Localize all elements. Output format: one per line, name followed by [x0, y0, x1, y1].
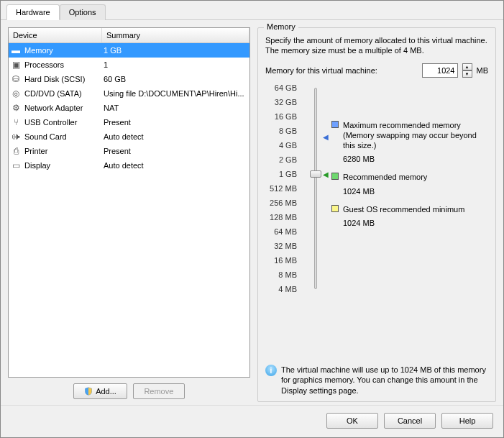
- device-summary: 60 GB: [102, 73, 249, 86]
- device-summary: Using file D:\DOCUMENT\AP\Hiren\Hi...: [102, 87, 249, 100]
- device-name: Printer: [24, 147, 47, 155]
- memory-info: i The virtual machine will use up to 102…: [265, 359, 488, 396]
- header-summary[interactable]: Summary: [102, 28, 249, 42]
- memory-group: Memory Specify the amount of memory allo…: [257, 27, 496, 402]
- legend-guest-label: Guest OS recommended minimum: [343, 204, 464, 214]
- tab-hardware[interactable]: Hardware: [6, 4, 60, 20]
- cd-icon: ◎: [10, 88, 22, 99]
- swatch-yellow: [331, 205, 339, 212]
- tick-label: 32 GB: [275, 98, 297, 106]
- tick-label: 4 MB: [278, 285, 297, 293]
- display-icon: ▭: [10, 160, 22, 171]
- table-row[interactable]: ▣Processors1: [9, 58, 249, 72]
- detail-panel: Memory Specify the amount of memory allo…: [257, 27, 496, 402]
- device-name: Display: [24, 161, 50, 170]
- legend-rec-label: Recommended memory: [343, 172, 427, 182]
- shield-icon: [84, 387, 93, 396]
- device-summary: Present: [102, 145, 249, 158]
- device-name: Network Adapter: [24, 104, 83, 112]
- memory-description: Specify the amount of memory allocated t…: [265, 35, 488, 56]
- ok-button[interactable]: OK: [326, 413, 378, 429]
- legend-rec-value: 1024 MB: [343, 187, 488, 196]
- legend-max-value: 6280 MB: [343, 155, 488, 163]
- header-device[interactable]: Device: [9, 28, 102, 42]
- content-area: Device Summary ▬Memory1 GB▣Processors1⛁H…: [1, 20, 503, 405]
- vm-settings-dialog: Hardware Options Device Summary ▬Memory1…: [0, 0, 504, 438]
- table-row[interactable]: ▬Memory1 GB: [9, 43, 249, 58]
- tick-labels: 64 GB32 GB16 GB8 GB4 GB2 GB1 GB512 MB256…: [265, 88, 297, 360]
- tick-label: 256 MB: [270, 199, 297, 207]
- tick-label: 2 GB: [279, 155, 297, 164]
- device-summary: 1: [102, 58, 249, 71]
- table-header: Device Summary: [9, 28, 249, 43]
- tab-bar: Hardware Options: [1, 1, 503, 20]
- memory-icon: ▬: [10, 45, 22, 56]
- table-row[interactable]: ⛁Hard Disk (SCSI)60 GB: [9, 72, 249, 86]
- remove-button: Remove: [133, 383, 185, 399]
- memory-input-row: Memory for this virtual machine: ▲ ▼ MB: [265, 63, 488, 78]
- tick-label: 4 GB: [279, 141, 297, 150]
- slider-thumb[interactable]: [310, 170, 321, 178]
- device-summary: Auto detect: [102, 159, 249, 172]
- device-name: Sound Card: [24, 132, 67, 141]
- table-row[interactable]: ⑂USB ControllerPresent: [9, 115, 249, 129]
- memory-unit: MB: [477, 66, 489, 75]
- table-body: ▬Memory1 GB▣Processors1⛁Hard Disk (SCSI)…: [9, 43, 249, 377]
- add-button[interactable]: Add...: [73, 383, 127, 399]
- table-row[interactable]: 🕪Sound CardAuto detect: [9, 129, 249, 144]
- table-row[interactable]: ◎CD/DVD (SATA)Using file D:\DOCUMENT\AP\…: [9, 86, 249, 101]
- tick-label: 64 GB: [275, 83, 297, 92]
- cancel-button[interactable]: Cancel: [384, 413, 436, 429]
- printer-icon: ⎙: [10, 145, 22, 157]
- dialog-footer: OK Cancel Help: [1, 405, 503, 437]
- tick-label: 16 MB: [274, 256, 297, 265]
- legend-rec: Recommended memory: [331, 172, 488, 182]
- help-button[interactable]: Help: [441, 413, 493, 429]
- info-icon: i: [265, 365, 277, 376]
- swatch-blue: [331, 121, 339, 128]
- memory-slider[interactable]: ◀ ◀: [301, 88, 327, 360]
- spin-up[interactable]: ▲: [462, 63, 472, 70]
- device-name: USB Controller: [24, 118, 77, 127]
- table-row[interactable]: ⎙PrinterPresent: [9, 144, 249, 158]
- add-button-label: Add...: [96, 387, 116, 396]
- device-summary: Present: [102, 116, 249, 129]
- tick-label: 8 MB: [278, 270, 297, 279]
- disk-icon: ⛁: [10, 73, 22, 85]
- device-summary: Auto detect: [102, 130, 249, 143]
- device-panel: Device Summary ▬Memory1 GB▣Processors1⛁H…: [8, 27, 250, 402]
- group-title: Memory: [264, 22, 298, 31]
- legend-max: Maximum recommended memory (Memory swapp…: [331, 120, 488, 151]
- table-row[interactable]: ▭DisplayAuto detect: [9, 158, 249, 173]
- memory-spinner-buttons: ▲ ▼: [462, 63, 472, 78]
- device-name: Processors: [24, 60, 64, 69]
- device-summary: NAT: [102, 101, 249, 114]
- marker-max: ◀: [323, 132, 329, 140]
- tick-label: 128 MB: [270, 213, 297, 222]
- tick-label: 32 MB: [274, 242, 297, 250]
- memory-input[interactable]: [422, 63, 458, 78]
- device-name: Hard Disk (SCSI): [24, 75, 85, 83]
- legend-max-note: (Memory swapping may occur beyond this s…: [343, 130, 488, 151]
- sound-icon: 🕪: [10, 131, 22, 142]
- device-table: Device Summary ▬Memory1 GB▣Processors1⛁H…: [8, 27, 250, 378]
- usb-icon: ⑂: [10, 117, 22, 128]
- device-summary: 1 GB: [102, 44, 249, 57]
- device-buttons: Add... Remove: [8, 378, 250, 402]
- cpu-icon: ▣: [10, 59, 22, 70]
- tab-options[interactable]: Options: [60, 4, 106, 20]
- spin-down[interactable]: ▼: [462, 70, 472, 78]
- network-icon: ⚙: [10, 102, 22, 114]
- legend: Maximum recommended memory (Memory swapp…: [331, 88, 488, 360]
- device-name: CD/DVD (SATA): [24, 89, 82, 98]
- remove-button-label: Remove: [144, 387, 173, 396]
- tick-label: 8 GB: [279, 127, 297, 135]
- slider-track: [314, 88, 317, 289]
- tick-label: 1 GB: [279, 170, 297, 178]
- memory-info-text: The virtual machine will use up to 1024 …: [281, 365, 488, 396]
- swatch-green: [331, 173, 339, 180]
- table-row[interactable]: ⚙Network AdapterNAT: [9, 101, 249, 115]
- legend-max-label: Maximum recommended memory: [343, 120, 488, 130]
- legend-guest-value: 1024 MB: [343, 219, 488, 227]
- device-name: Memory: [24, 46, 53, 55]
